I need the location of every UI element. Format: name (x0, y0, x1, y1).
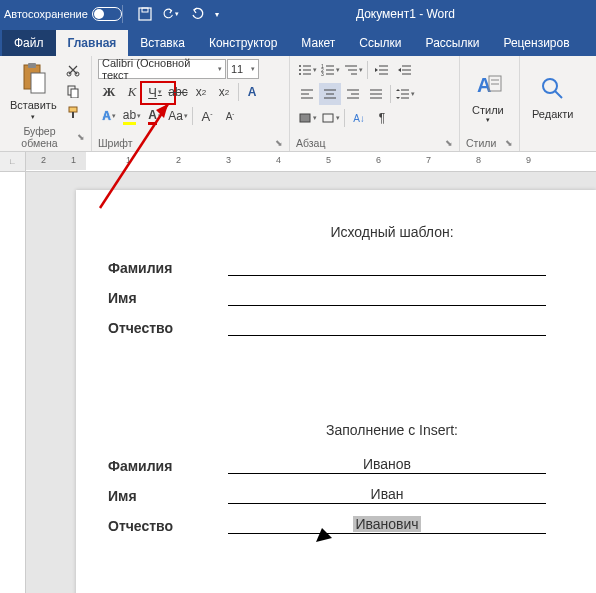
page[interactable]: Исходный шаблон: Фамилия Имя Отчество За… (76, 190, 596, 593)
tab-insert[interactable]: Вставка (128, 30, 197, 56)
svg-rect-50 (323, 114, 333, 122)
italic-button[interactable]: К (121, 81, 143, 103)
tab-selector[interactable]: ∟ (0, 152, 26, 172)
shrink-font-button[interactable]: Aˇ (219, 105, 241, 127)
field-surname-1[interactable] (228, 258, 546, 276)
font-color-button[interactable]: A▾ (144, 105, 166, 127)
ruler-area: ∟ 2 1 1 2 3 4 5 6 7 8 9 (0, 152, 596, 172)
line-spacing-button[interactable]: ▾ (394, 83, 416, 105)
label-name: Имя (108, 290, 228, 306)
tab-mailings[interactable]: Рассылки (414, 30, 492, 56)
superscript-button[interactable]: x2 (213, 81, 235, 103)
increase-indent-button[interactable] (394, 59, 416, 81)
paragraph-launcher-icon[interactable]: ⬊ (445, 138, 453, 148)
tab-home[interactable]: Главная (56, 30, 129, 56)
field-patronymic-2[interactable]: Иванович (228, 516, 546, 534)
font-launcher-icon[interactable]: ⬊ (275, 138, 283, 148)
row-patronymic-1: Отчество (108, 318, 546, 336)
styles-button[interactable]: A Стили ▾ (466, 59, 510, 135)
svg-rect-3 (28, 63, 36, 68)
styles-label: Стили (472, 104, 504, 116)
label-patronymic: Отчество (108, 320, 228, 336)
group-editing: Редакти . (520, 56, 576, 151)
svg-line-56 (555, 91, 562, 98)
justify-button[interactable] (365, 83, 387, 105)
find-button[interactable]: Редакти (526, 59, 579, 135)
highlight-button[interactable]: ab▾ (121, 105, 143, 127)
decrease-indent-button[interactable] (371, 59, 393, 81)
styles-launcher-icon[interactable]: ⬊ (505, 138, 513, 148)
show-marks-button[interactable]: ¶ (371, 107, 393, 129)
field-surname-2[interactable]: Иванов (228, 456, 546, 474)
paragraph-group-label: Абзац (296, 137, 325, 149)
document-area[interactable]: Исходный шаблон: Фамилия Имя Отчество За… (0, 172, 596, 593)
strike-button[interactable]: abc (167, 81, 189, 103)
font-group-label: Шрифт (98, 137, 133, 149)
multilevel-button[interactable]: ▾ (342, 59, 364, 81)
grow-font-button[interactable]: Aˆ (196, 105, 218, 127)
clipboard-launcher-icon[interactable]: ⬊ (77, 132, 85, 142)
tab-review[interactable]: Рецензиров (491, 30, 581, 56)
svg-rect-49 (300, 114, 310, 122)
text-effects-a-button[interactable]: A▾ (98, 105, 120, 127)
redo-icon[interactable] (189, 6, 205, 22)
row-surname-2: Фамилия Иванов (108, 456, 546, 474)
align-left-button[interactable] (296, 83, 318, 105)
bold-button[interactable]: Ж (98, 81, 120, 103)
align-right-button[interactable] (342, 83, 364, 105)
bullets-button[interactable]: ▾ (296, 59, 318, 81)
svg-point-55 (543, 79, 557, 93)
cut-icon[interactable] (64, 61, 82, 79)
svg-point-13 (299, 69, 301, 71)
ribbon-tabs: Файл Главная Вставка Конструктор Макет С… (0, 28, 596, 56)
group-styles: A Стили ▾ Стили⬊ (460, 56, 520, 151)
styles-group-label: Стили (466, 137, 496, 149)
svg-rect-9 (69, 107, 77, 112)
tab-references[interactable]: Ссылки (347, 30, 413, 56)
svg-point-11 (299, 65, 301, 67)
svg-rect-0 (139, 8, 151, 20)
vertical-ruler[interactable] (0, 172, 26, 593)
save-icon[interactable] (137, 6, 153, 22)
heading-insert: Заполнение с Insert: (238, 422, 546, 438)
heading-template: Исходный шаблон: (238, 224, 546, 240)
font-size-combo[interactable]: 11▾ (227, 59, 259, 79)
horizontal-ruler[interactable]: 2 1 1 2 3 4 5 6 7 8 9 (26, 152, 596, 172)
ribbon: Вставить ▾ Буфер обмена⬊ Calibri (Основн… (0, 56, 596, 152)
group-paragraph: ▾ 123▾ ▾ ▾ ▾ ▾ (290, 56, 460, 151)
paste-button[interactable]: Вставить ▾ (6, 59, 61, 123)
shading-button[interactable]: ▾ (296, 107, 318, 129)
undo-icon[interactable]: ▾ (163, 6, 179, 22)
numbering-button[interactable]: 123▾ (319, 59, 341, 81)
tab-design[interactable]: Конструктор (197, 30, 289, 56)
svg-point-15 (299, 73, 301, 75)
font-name-combo[interactable]: Calibri (Основной текст▾ (98, 59, 226, 79)
quick-access-toolbar: ▾ ▾ (137, 6, 219, 22)
change-case-button[interactable]: Aa▾ (167, 105, 189, 127)
format-painter-icon[interactable] (64, 103, 82, 121)
row-name-1: Имя (108, 288, 546, 306)
copy-icon[interactable] (64, 82, 82, 100)
svg-marker-33 (398, 68, 401, 72)
align-center-button[interactable] (319, 83, 341, 105)
row-surname-1: Фамилия (108, 258, 546, 276)
autosave-toggle-wrap[interactable]: Автосохранение (4, 7, 122, 21)
field-patronymic-1[interactable] (228, 318, 546, 336)
row-patronymic-2: Отчество Иванович (108, 516, 546, 534)
tab-layout[interactable]: Макет (289, 30, 347, 56)
selected-text: Иванович (353, 516, 420, 532)
clipboard-group-label: Буфер обмена (6, 125, 73, 149)
field-name-1[interactable] (228, 288, 546, 306)
tab-file[interactable]: Файл (2, 30, 56, 56)
text-effects-button[interactable]: A (242, 81, 262, 103)
underline-button[interactable]: Ч▾ (144, 81, 166, 103)
sort-button[interactable]: A↓ (348, 107, 370, 129)
autosave-toggle[interactable] (92, 7, 122, 21)
paste-label: Вставить (10, 99, 57, 111)
subscript-button[interactable]: x2 (190, 81, 212, 103)
editing-label: Редакти (532, 108, 573, 120)
borders-button[interactable]: ▾ (319, 107, 341, 129)
field-name-2[interactable]: Иван (228, 486, 546, 504)
label-name-2: Имя (108, 488, 228, 504)
label-surname-2: Фамилия (108, 458, 228, 474)
